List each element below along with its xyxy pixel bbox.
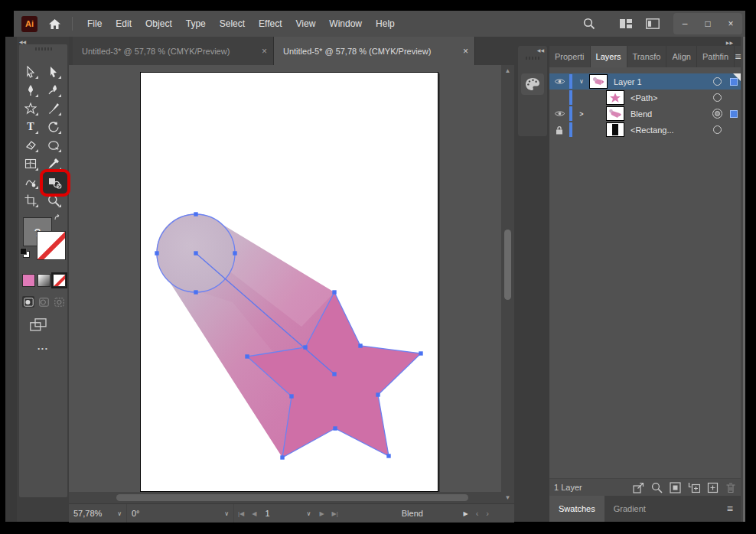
layer-expand-icon[interactable]: ∨ xyxy=(574,78,589,85)
color-swatch-button[interactable] xyxy=(22,274,35,287)
layer-expand-icon[interactable]: > xyxy=(574,110,589,118)
selection-tool[interactable] xyxy=(21,63,40,80)
mesh-tool[interactable] xyxy=(21,155,40,172)
last-artboard-button[interactable]: ▶| xyxy=(328,510,342,517)
type-tool[interactable]: T xyxy=(21,119,40,135)
tab-properties[interactable]: Properti xyxy=(549,46,591,67)
panel-menu-icon[interactable]: ≡ xyxy=(727,496,741,522)
selection-color-chip[interactable] xyxy=(727,110,741,118)
menu-view[interactable]: View xyxy=(289,11,323,37)
horizontal-scroll-thumb[interactable] xyxy=(116,494,468,501)
tab-align[interactable]: Align xyxy=(666,46,696,67)
tab-layers[interactable]: Layers xyxy=(591,46,627,67)
target-icon[interactable] xyxy=(707,77,727,86)
tab-close-icon[interactable]: × xyxy=(262,46,267,57)
curvature-tool[interactable] xyxy=(44,82,63,99)
expand-dock-icon[interactable]: ◀◀ xyxy=(537,47,544,53)
artwork-blend-object[interactable] xyxy=(141,73,438,491)
scroll-down-corner[interactable]: ▼ xyxy=(501,492,514,503)
maximize-button[interactable]: □ xyxy=(696,18,719,29)
layer-row-blend[interactable]: > Blend xyxy=(549,106,741,122)
scroll-down-icon[interactable]: ▼ xyxy=(505,494,511,501)
tab-gradient[interactable]: Gradient xyxy=(604,496,655,522)
target-icon[interactable] xyxy=(707,125,727,134)
workspace-switcher-icon[interactable] xyxy=(646,18,660,29)
target-icon[interactable] xyxy=(707,93,727,102)
dock-grip[interactable] xyxy=(518,57,547,60)
layer-name[interactable]: <Rectang... xyxy=(631,125,707,135)
layer-name[interactable]: Layer 1 xyxy=(614,77,707,86)
change-screen-mode-icon[interactable] xyxy=(30,318,67,333)
menu-effect[interactable]: Effect xyxy=(252,11,288,37)
create-sublayer-icon[interactable] xyxy=(688,482,700,493)
lock-icon[interactable] xyxy=(549,125,569,135)
visibility-eye-icon[interactable] xyxy=(549,110,569,117)
width-tool[interactable] xyxy=(21,174,40,190)
swap-fill-stroke-icon[interactable] xyxy=(54,214,63,223)
new-layer-icon[interactable] xyxy=(707,482,719,493)
menu-file[interactable]: File xyxy=(80,11,109,37)
layer-thumbnail[interactable] xyxy=(606,122,624,137)
collect-for-export-icon[interactable] xyxy=(633,482,644,493)
collapse-dock-icon[interactable]: ▶▶ xyxy=(726,41,733,45)
home-icon[interactable] xyxy=(48,18,61,30)
first-artboard-button[interactable]: |◀ xyxy=(234,510,248,517)
draw-inside-mode[interactable] xyxy=(53,296,65,308)
rotation-dropdown[interactable]: 0° ∨ xyxy=(127,504,234,523)
menu-select[interactable]: Select xyxy=(213,11,252,37)
make-clipping-mask-icon[interactable] xyxy=(670,482,681,493)
artboard-number-dropdown[interactable]: 1 ∨ xyxy=(260,504,315,523)
rotate-view-tool[interactable] xyxy=(44,137,63,154)
collapse-tools-icon[interactable]: ◀◀ xyxy=(19,39,26,44)
delete-layer-icon[interactable] xyxy=(725,482,736,493)
blend-tool[interactable] xyxy=(44,174,63,190)
layer-thumbnail[interactable] xyxy=(606,90,624,105)
tab-close-icon[interactable]: × xyxy=(463,46,468,57)
layer-name[interactable]: <Path> xyxy=(631,93,707,103)
artboard-tool[interactable] xyxy=(21,192,40,209)
status-prev-icon[interactable]: ‹ xyxy=(472,509,483,518)
pen-tool[interactable] xyxy=(21,82,40,99)
rotate-tool[interactable] xyxy=(44,119,63,135)
paintbrush-tool[interactable] xyxy=(44,100,63,117)
target-icon-targeted[interactable] xyxy=(707,109,727,119)
layer-thumbnail[interactable] xyxy=(606,106,624,121)
layer-row-rectangle[interactable]: <Rectang... xyxy=(549,122,741,138)
horizontal-scrollbar[interactable] xyxy=(69,492,501,503)
layer-name[interactable]: Blend xyxy=(631,109,707,119)
menu-type[interactable]: Type xyxy=(179,11,213,37)
tab-untitled-5[interactable]: Untitled-5* @ 57,78 % (CMYK/Preview) × xyxy=(274,37,475,65)
draw-normal-mode[interactable] xyxy=(22,296,34,308)
minimize-button[interactable]: – xyxy=(673,18,696,29)
layer-row-layer1[interactable]: ∨ Layer 1 xyxy=(549,73,741,90)
draw-behind-mode[interactable] xyxy=(37,296,50,308)
default-fill-stroke-icon[interactable] xyxy=(20,248,29,257)
scroll-up-icon[interactable]: ▲ xyxy=(501,67,514,74)
menu-window[interactable]: Window xyxy=(322,11,369,37)
edit-toolbar-ellipsis[interactable]: ••• xyxy=(19,345,67,352)
locate-object-icon[interactable] xyxy=(651,482,663,493)
menu-object[interactable]: Object xyxy=(138,11,179,37)
arrange-documents-icon[interactable] xyxy=(620,18,632,29)
menu-edit[interactable]: Edit xyxy=(109,11,138,37)
stroke-color-box[interactable] xyxy=(37,231,66,260)
gradient-swatch-button[interactable] xyxy=(37,274,51,287)
tab-pathfinder[interactable]: Pathfin xyxy=(697,46,735,67)
vertical-scrollbar[interactable]: ▲ xyxy=(501,65,514,492)
tab-swatches[interactable]: Swatches xyxy=(549,496,604,522)
close-button[interactable]: × xyxy=(719,18,742,29)
tab-transform[interactable]: Transfo xyxy=(627,46,667,67)
status-next-icon[interactable]: › xyxy=(482,509,493,518)
next-artboard-button[interactable]: ▶ xyxy=(315,510,327,517)
tab-untitled-3[interactable]: Untitled-3* @ 57,78 % (CMYK/Preview) × xyxy=(73,37,274,65)
none-swatch-button[interactable] xyxy=(53,274,66,287)
eraser-tool[interactable] xyxy=(21,137,40,154)
color-palette-panel-icon[interactable] xyxy=(521,73,544,95)
panel-menu-icon[interactable]: ≡ xyxy=(735,46,747,67)
search-icon[interactable] xyxy=(583,18,595,30)
visibility-eye-icon[interactable] xyxy=(549,78,569,85)
vertical-scroll-thumb[interactable] xyxy=(504,230,511,300)
previous-artboard-button[interactable]: ◀ xyxy=(248,510,260,517)
direct-selection-tool[interactable] xyxy=(44,63,63,80)
tools-panel-grip[interactable] xyxy=(19,44,67,54)
